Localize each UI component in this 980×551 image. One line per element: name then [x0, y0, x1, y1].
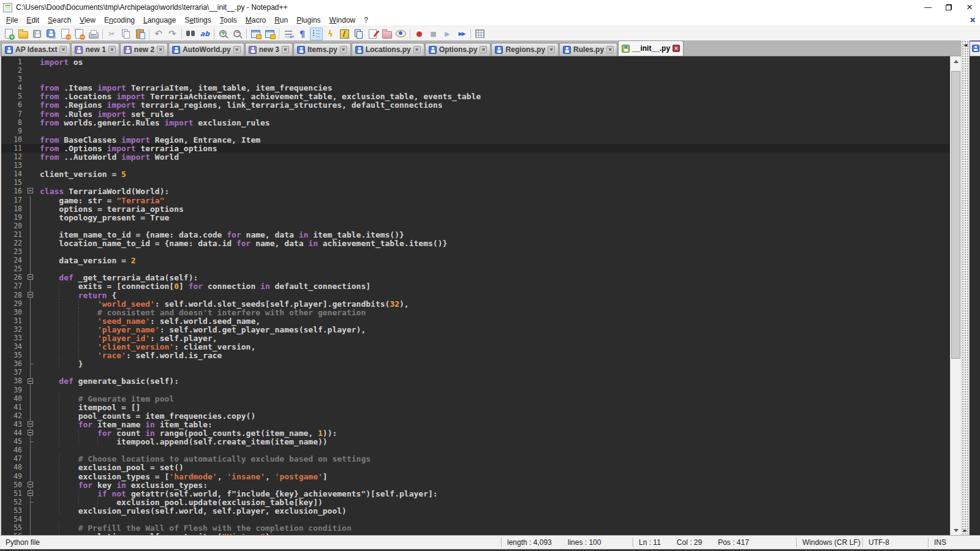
sync-horizontal-scroll-button[interactable]: [263, 28, 276, 40]
menu-run[interactable]: Run: [270, 15, 292, 26]
fold-collapse-icon[interactable]: [28, 421, 33, 427]
zoom-in-button[interactable]: +: [217, 28, 230, 40]
save-button[interactable]: [31, 28, 43, 40]
document-map-button[interactable]: [338, 28, 351, 40]
code-line-2: 2: [1, 66, 950, 75]
zoom-out-button[interactable]: −: [231, 28, 244, 40]
tab-ap-ideas-txt[interactable]: AP Ideas.txt×: [1, 43, 70, 56]
tab-close-icon[interactable]: ×: [548, 46, 555, 53]
tab-close-icon[interactable]: ×: [480, 46, 487, 53]
splitter-right-arrow-icon[interactable]: ►: [962, 528, 969, 533]
menu-plugins[interactable]: Plugins: [292, 15, 325, 26]
close-all-button[interactable]: [73, 28, 86, 40]
tab-close-icon[interactable]: ×: [108, 46, 116, 53]
tab-close-icon[interactable]: ×: [673, 45, 680, 52]
fold-collapse-icon[interactable]: [28, 490, 33, 496]
menu-tools[interactable]: Tools: [216, 15, 241, 26]
restore-button[interactable]: [938, 0, 959, 15]
tab-locations-py[interactable]: Locations.py×: [352, 43, 424, 56]
macro-save-button[interactable]: [473, 28, 486, 40]
scroll-up-arrow[interactable]: [951, 56, 961, 66]
indent-guide: [40, 489, 59, 498]
new-file-button[interactable]: [2, 28, 15, 40]
tab-options-py[interactable]: Options.py×: [425, 43, 491, 56]
menu-edit[interactable]: Edit: [22, 15, 43, 26]
menu-search[interactable]: Search: [43, 15, 75, 26]
copy-button[interactable]: [119, 28, 132, 40]
open-file-button[interactable]: [17, 28, 29, 40]
close-button[interactable]: [59, 28, 72, 40]
fold-collapse-icon[interactable]: [28, 482, 33, 487]
tab-new-2[interactable]: new 2×: [120, 43, 168, 56]
tab-close-icon[interactable]: ×: [340, 46, 347, 53]
fold-collapse-icon[interactable]: [28, 430, 33, 435]
save-all-button[interactable]: [45, 28, 58, 40]
menu-file[interactable]: File: [2, 15, 22, 26]
status-encoding[interactable]: UTF-8: [863, 536, 928, 549]
macro-stop-button[interactable]: ■: [427, 28, 440, 40]
tab-new-3[interactable]: new 3×: [245, 43, 293, 56]
menu-macro[interactable]: Macro: [241, 15, 270, 26]
tab-close-icon[interactable]: ×: [233, 46, 241, 53]
macro-run-multiple-button[interactable]: ▶▶: [455, 28, 468, 40]
indent-guide: [40, 325, 59, 334]
fold-collapse-icon[interactable]: [28, 292, 33, 298]
menu-?[interactable]: ?: [360, 15, 372, 26]
word-wrap-button[interactable]: [282, 28, 295, 40]
second-view-pane[interactable]: [970, 40, 980, 535]
indent-guide: [40, 204, 59, 214]
tab-autoworld-py[interactable]: AutoWorld.py×: [168, 43, 244, 56]
replace-button[interactable]: ab: [198, 28, 211, 40]
close-window-button[interactable]: ×: [959, 0, 980, 15]
sync-vertical-scroll-button[interactable]: [249, 28, 262, 40]
menu-language[interactable]: Language: [139, 15, 180, 26]
scroll-down-arrow[interactable]: [951, 525, 961, 535]
menu-settings[interactable]: Settings: [180, 15, 215, 26]
tab-close-icon[interactable]: ×: [59, 46, 67, 53]
view-splitter[interactable]: ◄ ►: [961, 40, 970, 535]
tab-init-py[interactable]: __init__.py×: [618, 40, 684, 56]
tab-close-icon[interactable]: ×: [282, 46, 289, 53]
tab-close-icon[interactable]: ×: [413, 46, 421, 53]
macro-record-button[interactable]: ●: [413, 28, 426, 40]
fold-collapse-icon[interactable]: [28, 378, 33, 384]
paste-button[interactable]: [134, 28, 146, 40]
status-eol-format[interactable]: Windows (CR LF): [797, 536, 862, 549]
splitter-left-arrow-icon[interactable]: ◄: [962, 42, 969, 48]
tab-close-icon[interactable]: ×: [157, 46, 164, 53]
indent-guide: [40, 437, 59, 446]
print-button[interactable]: [87, 28, 100, 40]
tab-items-py[interactable]: Items.py×: [293, 43, 351, 56]
code-line-10: 10from BaseClasses import Region, Entran…: [1, 135, 950, 144]
folder-as-workspace-button[interactable]: [380, 28, 393, 40]
minimize-button[interactable]: —: [918, 0, 938, 15]
status-bar: Python file length : 4,093 lines : 100 L…: [0, 535, 980, 549]
status-insert-mode[interactable]: INS: [929, 536, 980, 549]
show-all-characters-button[interactable]: ¶: [296, 28, 309, 40]
vertical-scrollbar[interactable]: [950, 56, 961, 535]
fold-collapse-icon[interactable]: [28, 274, 33, 280]
cut-button[interactable]: ✂: [105, 28, 118, 40]
edit-popup-button[interactable]: [366, 28, 379, 40]
fold-collapse-icon[interactable]: [28, 188, 33, 193]
menu-encoding[interactable]: Encoding: [100, 15, 139, 26]
show-indent-guide-button[interactable]: [310, 28, 323, 40]
undo-button[interactable]: ↶: [152, 28, 165, 40]
find-button[interactable]: [184, 28, 197, 40]
redo-button[interactable]: ↷: [166, 28, 179, 40]
scrollbar-thumb[interactable]: [951, 71, 960, 359]
file-monitoring-button[interactable]: [394, 28, 407, 40]
menu-view[interactable]: View: [75, 15, 100, 26]
document-list-button[interactable]: [352, 28, 365, 40]
function-list-button[interactable]: ϟ: [324, 28, 337, 40]
tab-new-1[interactable]: new 1×: [71, 43, 119, 56]
menubar-close-icon[interactable]: ✕: [970, 15, 976, 26]
tab-close-icon[interactable]: ×: [606, 46, 614, 53]
code-editor[interactable]: 1import os234from .Items import Terraria…: [0, 56, 950, 535]
fold-guide-line: [30, 222, 31, 230]
tab-regions-py[interactable]: Regions.py×: [491, 43, 559, 56]
second-view-tab[interactable]: [970, 40, 980, 56]
tab-rules-py[interactable]: Rules.py×: [559, 43, 617, 56]
menu-window[interactable]: Window: [325, 15, 360, 26]
macro-playback-button[interactable]: ▶: [441, 28, 454, 40]
